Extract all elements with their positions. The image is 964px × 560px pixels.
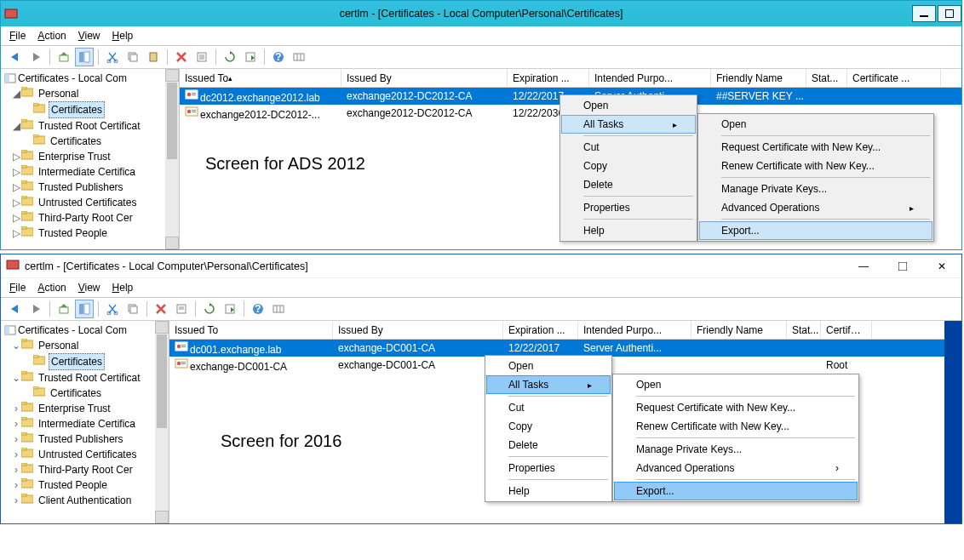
tree-item[interactable]: ◢Personal: [1, 86, 179, 101]
tree-item[interactable]: Certificates: [1, 353, 169, 370]
ctx-copy[interactable]: Copy: [561, 157, 696, 175]
columns-button[interactable]: [290, 48, 308, 66]
ctx-help[interactable]: Help: [486, 482, 611, 500]
ctx2-renew-new-key[interactable]: Renew Certificate with New Key...: [614, 417, 858, 436]
tree-item[interactable]: Certificates: [1, 101, 179, 118]
tree-item[interactable]: ▷Trusted People: [1, 226, 179, 241]
tree-root[interactable]: Certificates - Local Com: [1, 71, 179, 86]
list-pane[interactable]: Issued To ▴Issued ByExpiration ...Intend…: [180, 69, 961, 249]
ctx-all-tasks[interactable]: All Tasks: [561, 115, 696, 134]
menu-file[interactable]: FFileile: [9, 30, 26, 42]
column-headers[interactable]: Issued To ▴Issued ByExpiration ...Intend…: [180, 69, 961, 88]
ctx-properties[interactable]: Properties: [486, 459, 611, 477]
cut-button[interactable]: [103, 300, 122, 318]
ctx-delete[interactable]: Delete: [561, 175, 696, 194]
menu-action[interactable]: Action: [37, 282, 66, 294]
tree-item[interactable]: ›Enterprise Trust: [1, 401, 169, 416]
show-tree-button[interactable]: [75, 48, 94, 66]
tree-item[interactable]: ›Client Authentication: [1, 493, 169, 508]
properties-button[interactable]: [172, 300, 191, 318]
tree-item[interactable]: ⌄Personal: [1, 338, 169, 353]
column-header[interactable]: Stat...: [806, 69, 847, 87]
maximize-button[interactable]: [938, 5, 961, 22]
ctx-help[interactable]: Help: [561, 221, 696, 240]
ctx2-request-new-key[interactable]: Request Certificate with New Key...: [699, 138, 932, 157]
column-header[interactable]: Friendly Name: [691, 321, 787, 339]
column-header[interactable]: Issued By: [333, 321, 503, 339]
menu-file[interactable]: File: [9, 282, 26, 294]
tree-item[interactable]: ›Intermediate Certifica: [1, 416, 169, 431]
minimize-button[interactable]: [912, 5, 936, 22]
close-button[interactable]: ✕: [922, 254, 961, 278]
column-header[interactable]: Issued By: [341, 69, 508, 87]
ctx2-export[interactable]: Export...: [699, 221, 932, 240]
help-button[interactable]: ?: [269, 48, 288, 66]
back-button[interactable]: [6, 48, 25, 66]
tree-item[interactable]: ▷Intermediate Certifica: [1, 164, 179, 180]
tree-item[interactable]: ▷Third-Party Root Cer: [1, 210, 179, 226]
column-header[interactable]: Intended Purpo...: [589, 69, 711, 87]
tree-root[interactable]: Certificates - Local Com: [1, 323, 169, 338]
back-button[interactable]: [6, 300, 25, 318]
copy-button[interactable]: [123, 300, 142, 318]
columns-button[interactable]: [269, 300, 288, 318]
column-header[interactable]: Issued To: [169, 321, 333, 339]
tree-item[interactable]: ▷Enterprise Trust: [1, 149, 179, 164]
column-header[interactable]: Friendly Name: [711, 69, 806, 87]
ctx-delete[interactable]: Delete: [486, 436, 611, 454]
tree-item[interactable]: Certificates: [1, 134, 179, 149]
list-pane[interactable]: Issued ToIssued ByExpiration ...Intended…: [169, 321, 944, 523]
ctx2-request-new-key[interactable]: Request Certificate with New Key...: [614, 398, 858, 417]
cut-button[interactable]: [103, 48, 122, 66]
ctx2-open[interactable]: Open: [614, 375, 858, 394]
tree-item[interactable]: ›Third-Party Root Cer: [1, 462, 169, 477]
copy-button[interactable]: [123, 48, 142, 66]
menu-action[interactable]: Action: [37, 30, 66, 42]
tree-pane[interactable]: Certificates - Local Com⌄PersonalCertifi…: [1, 321, 169, 523]
column-header[interactable]: Stat...: [787, 321, 821, 339]
tree-item[interactable]: ›Trusted People: [1, 477, 169, 493]
ctx-cut[interactable]: Cut: [486, 398, 611, 417]
up-button[interactable]: [55, 48, 73, 66]
delete-button[interactable]: [172, 48, 191, 66]
ctx-all-tasks[interactable]: All Tasks: [486, 375, 611, 394]
column-header[interactable]: Certif…: [821, 321, 872, 339]
column-header[interactable]: Expiration ...: [508, 69, 589, 87]
menu-view[interactable]: View: [78, 30, 100, 42]
menu-help[interactable]: Help: [112, 30, 134, 42]
tree-item[interactable]: ⌄Trusted Root Certificat: [1, 370, 169, 386]
refresh-button[interactable]: [221, 48, 239, 66]
minimize-button[interactable]: —: [844, 254, 883, 278]
titlebar[interactable]: certlm - [Certificates - Local Computer\…: [1, 1, 961, 26]
refresh-button[interactable]: [200, 300, 219, 318]
maximize-button[interactable]: [883, 254, 922, 278]
ctx-properties[interactable]: Properties: [561, 198, 696, 217]
tree-item[interactable]: ▷Untrusted Certificates: [1, 195, 179, 210]
up-button[interactable]: [55, 300, 73, 318]
ctx2-open[interactable]: Open: [699, 115, 932, 134]
ctx2-manage-keys[interactable]: Manage Private Keys...: [614, 440, 858, 459]
column-header[interactable]: Intended Purpo...: [578, 321, 691, 339]
forward-button[interactable]: [26, 48, 45, 66]
ctx2-advanced[interactable]: Advanced Operations›: [614, 459, 858, 477]
tree-item[interactable]: ▷Trusted Publishers: [1, 180, 179, 195]
export-list-button[interactable]: [241, 48, 260, 66]
column-header[interactable]: Expiration ...: [503, 321, 578, 339]
ctx2-advanced[interactable]: Advanced Operations: [699, 198, 932, 217]
column-header[interactable]: Issued To ▴: [180, 69, 341, 87]
titlebar[interactable]: certlm - [Certificates - Local Computer\…: [1, 254, 961, 278]
tree-pane[interactable]: Certificates - Local Com◢PersonalCertifi…: [1, 69, 180, 249]
ctx2-renew-new-key[interactable]: Renew Certificate with New Key...: [699, 157, 932, 175]
ctx-open[interactable]: Open: [486, 357, 611, 375]
delete-button[interactable]: [152, 300, 170, 318]
tree-scrollbar[interactable]: [155, 321, 169, 523]
show-tree-button[interactable]: [75, 300, 94, 318]
ctx2-manage-keys[interactable]: Manage Private Keys...: [699, 180, 932, 198]
menu-view[interactable]: View: [78, 282, 100, 294]
tree-item[interactable]: Certificates: [1, 386, 169, 401]
column-headers[interactable]: Issued ToIssued ByExpiration ...Intended…: [169, 321, 944, 340]
ctx-copy[interactable]: Copy: [486, 417, 611, 436]
ctx-open[interactable]: Open: [561, 96, 696, 115]
properties-button[interactable]: [192, 48, 211, 66]
tree-item[interactable]: ›Untrusted Certificates: [1, 447, 169, 462]
